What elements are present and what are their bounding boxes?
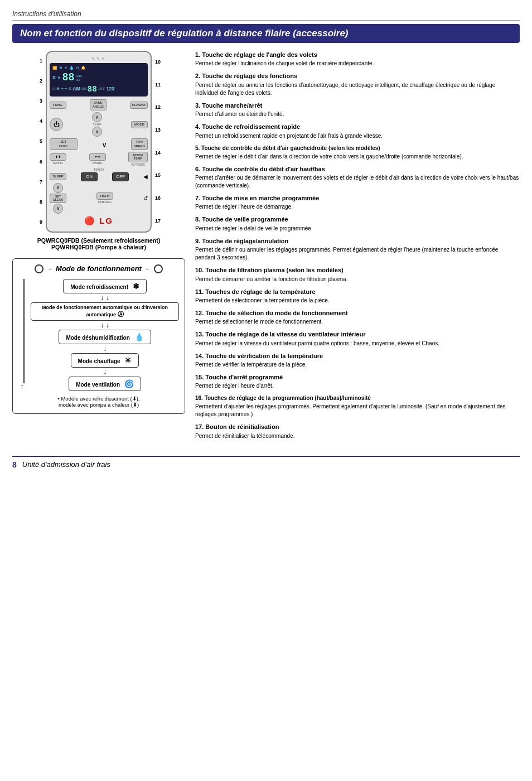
item-8-title: 8. Touche de veille programmée <box>195 215 520 224</box>
plasma-button[interactable]: PLASMA <box>130 102 148 109</box>
right-labels: 10 11 12 13 14 15 16 17 <box>152 51 164 233</box>
button-row-6: ∧ SETCLEAR ∨ LIGHT TIME/SEC ↺ <box>50 183 148 214</box>
disp-icon-arrows: ⇐⇒ <box>61 86 67 91</box>
room-temp-group: ROOMTEMP °C/°F/SEC <box>128 152 148 166</box>
mode-footer-line2: modèle avec pompe à chaleur (⬇) <box>18 402 179 408</box>
jet-cool-button[interactable]: JETCOOL <box>50 138 78 150</box>
item-14-desc: Permet de vérifier la température de la … <box>195 361 520 369</box>
disp-line1: ⊟⊟ <box>76 74 82 78</box>
set-down-button[interactable]: ∨ <box>53 204 63 214</box>
button-row-5: SLEEP ON OFF ◀ <box>50 172 148 181</box>
func-button[interactable]: FUNC. <box>50 102 66 109</box>
item-14-title: 14. Touche de vérification de la tempéra… <box>195 352 520 360</box>
temp-control: ∧ TEMP ∨ <box>92 112 102 137</box>
mode-arrow-left: → <box>47 266 52 272</box>
mode-cooling-label: Mode refroidissement <box>70 284 128 290</box>
mode-section-title: → Mode de fonctionnement ← <box>18 264 179 273</box>
model-line-2: PQWRHQ0FDB (Pompe à chaleur) <box>12 244 185 250</box>
list-item-11: 11. Touches de réglage de la température… <box>195 288 520 305</box>
arrow-4: ↓ <box>103 369 107 375</box>
item-4-title: 4. Touche de refroidissement rapide <box>195 123 520 131</box>
item-12-title: 12. Touche de sélection du mode de fonct… <box>195 309 520 317</box>
swing-h-button[interactable]: ⬅➡ <box>89 153 106 161</box>
mode-fan-label: Mode ventilation <box>76 382 120 388</box>
mode-arrow-right: ← <box>145 266 151 272</box>
list-item-8: 8. Touche de veille programmée Permet de… <box>195 215 520 232</box>
button-row-3: JETCOOL ∨ FANSPEED <box>50 138 148 150</box>
mode-cooling: Mode refroidissement ❄ <box>63 279 147 293</box>
temp-up-button[interactable]: ∧ <box>92 112 102 122</box>
room-temp-button[interactable]: ROOMTEMP <box>128 152 148 162</box>
vane-angle-button[interactable]: VANEANGLE <box>90 99 107 110</box>
page-number: 8 <box>12 460 17 469</box>
mode-dehumid: Mode déshumidification 💧 <box>59 330 151 344</box>
label-8: 8 <box>33 200 42 205</box>
mode-heat-icon: ☀ <box>124 356 132 365</box>
item-8-desc: Permet de régler le délai de veille prog… <box>195 225 520 233</box>
disp-icon-snowflake: ❄ <box>59 66 62 70</box>
item-3-title: 3. Touche marche/arrêt <box>195 102 520 110</box>
reset-group: ↺ <box>143 195 148 201</box>
mode-dehumid-label: Mode déshumidification <box>66 335 129 341</box>
label-14: 14 <box>155 151 164 156</box>
mode-button[interactable]: MODE <box>131 121 148 128</box>
lg-icon: 🔴 <box>84 216 96 225</box>
remote-display: 📶 ❄ ☀ 💧 ⊙ 🔔 ✿ ※ 88 ⊟⊟ ≡≡ <box>50 63 148 97</box>
arrow-right: ◀ <box>143 173 148 180</box>
disp-icon-antenna: 📶 <box>52 66 57 70</box>
item-11-title: 11. Touches de réglage de la température <box>195 288 520 296</box>
section-title-text: Nom et fonction du dispositif de régulat… <box>20 28 349 38</box>
item-9-desc: Permet de définir ou annuler les réglage… <box>195 246 520 262</box>
sleep-button[interactable]: SLEEP <box>50 173 66 180</box>
mode-heat-label: Mode chauffage <box>78 358 120 364</box>
item-9-title: 9. Touche de réglage/annulation <box>195 237 520 245</box>
item-1-desc: Permet de régler l'inclinaison de chaque… <box>195 60 520 68</box>
item-10-title: 10. Touche de filtration plasma (selon l… <box>195 266 520 274</box>
remote-control: ∿∿∿ 📶 ❄ ☀ 💧 ⊙ 🔔 ✿ ※ 88 <box>46 51 152 233</box>
item-7-title: 7. Touche de mise en marche programmée <box>195 194 520 203</box>
swing-v-button[interactable]: ⬆⬇ <box>50 153 66 161</box>
set-up-button[interactable]: ∧ <box>53 183 63 193</box>
lg-logo: 🔴 LG <box>50 216 148 226</box>
label-10: 10 <box>155 60 164 65</box>
disp-icon-diamond: ◇ <box>52 86 55 91</box>
item-15-desc: Permet de régler l'heure d'arrêt. <box>195 382 520 390</box>
disp-onoff: ON <box>81 87 86 90</box>
disp-icon-leaf: ✿ <box>52 75 56 80</box>
fan-speed-button[interactable]: FANSPEED <box>131 138 148 150</box>
set-button[interactable]: SETCLEAR <box>50 194 66 203</box>
mode-auto: Mode de fonctionnement automatique ou d'… <box>31 302 179 321</box>
off-button[interactable]: OFF <box>112 172 129 181</box>
mode-heat: Mode chauffage ☀ <box>71 353 139 368</box>
label-4: 4 <box>33 119 42 124</box>
label-15: 15 <box>155 173 164 178</box>
main-content: 1 2 3 4 5 6 7 8 9 ∿∿∿ 📶 ❄ ☀ <box>12 51 520 445</box>
power-button[interactable]: ⏻ <box>50 118 63 131</box>
list-item-15: 15. Touche d'arrêt programmé Permet de r… <box>195 373 520 390</box>
mode-content: Mode refroidissement ❄ ↓ ↓ Mode de fonct… <box>31 279 179 391</box>
mode-cooling-icon: ❄ <box>133 282 139 291</box>
left-panel: 1 2 3 4 5 6 7 8 9 ∿∿∿ 📶 ❄ ☀ <box>12 51 185 445</box>
label-13: 13 <box>155 128 164 133</box>
swing-v-label: SWING <box>53 161 64 165</box>
light-button[interactable]: LIGHT <box>96 192 113 200</box>
item-5-title: 5. Touche de contrôle du débit d'air gau… <box>195 144 520 152</box>
swing-h-label: SWING <box>92 161 103 165</box>
timer-label: TIMER <box>50 168 148 171</box>
mode-title-text: Mode de fonctionnement <box>56 264 142 273</box>
list-item-12: 12. Touche de sélection du mode de fonct… <box>195 309 520 326</box>
item-13-desc: Permet de régler la vitesse du ventilate… <box>195 340 520 348</box>
button-row-1: FUNC. VANEANGLE PLASMA <box>50 99 148 110</box>
list-item-14: 14. Touche de vérification de la tempéra… <box>195 352 520 369</box>
temp-down-button[interactable]: ∨ <box>92 127 102 137</box>
disp-icon-drop: 💧 <box>69 66 74 70</box>
list-item-7: 7. Touche de mise en marche programmée P… <box>195 194 520 211</box>
disp-pm: 123 <box>107 86 115 91</box>
temp-label: TEMP <box>93 123 101 126</box>
light-group: LIGHT TIME/SEC <box>96 192 113 204</box>
item-10-desc: Permet de démarrer ou arrêter la fonctio… <box>195 276 520 283</box>
section-title: Nom et fonction du dispositif de régulat… <box>12 24 520 43</box>
list-item-5: 5. Touche de contrôle du débit d'air gau… <box>195 144 520 161</box>
disp-temperature: 88 <box>62 71 75 83</box>
on-button[interactable]: ON <box>81 172 98 181</box>
